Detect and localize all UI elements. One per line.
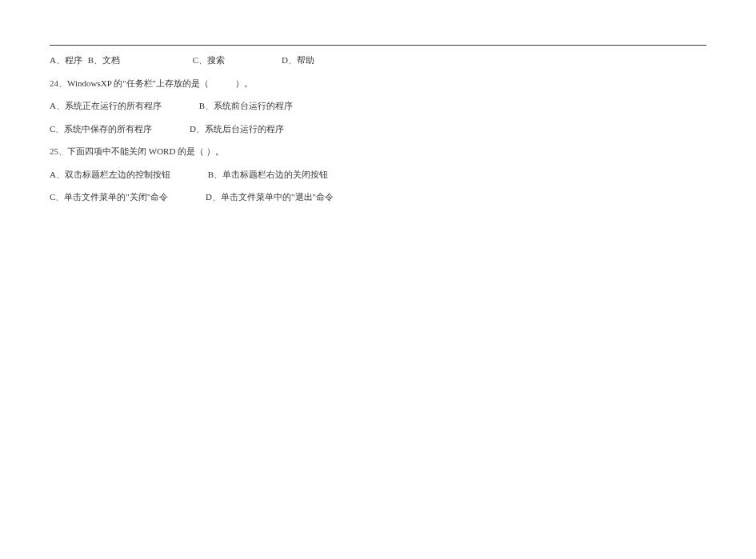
q25-option-a: A、双击标题栏左边的控制按钮: [50, 168, 170, 182]
q25-options-cd: C、单击文件菜单的"关闭"命令 D、单击文件菜单中的"退出"命令: [50, 190, 706, 204]
q23-option-a: A、程序: [50, 54, 82, 67]
q23-option-b: B、文档: [88, 54, 120, 67]
q23-options-line: A、程序 B、文档 C、搜索 D、帮助: [50, 54, 706, 67]
q23-option-c: C、搜索: [193, 54, 225, 67]
q23-option-d: D、帮助: [282, 54, 314, 67]
q24-stem: 24、WindowsXP 的"任务栏"上存放的是（ ）。: [50, 77, 706, 90]
q25-option-c: C、单击文件菜单的"关闭"命令: [50, 190, 168, 204]
q24-options-cd: C、系统中保存的所有程序 D、系统后台运行的程序: [50, 122, 706, 136]
q24-option-d: D、系统后台运行的程序: [190, 122, 284, 136]
q25-stem: 25、下面四项中不能关闭 WORD 的是（ ）。: [50, 145, 706, 158]
top-divider: [50, 45, 706, 46]
q24-options-ab: A、系统正在运行的所有程序 B、系统前台运行的程序: [50, 99, 706, 113]
q24-option-a: A、系统正在运行的所有程序: [50, 99, 162, 113]
q25-options-ab: A、双击标题栏左边的控制按钮 B、单击标题栏右边的关闭按钮: [50, 168, 706, 182]
q25-option-d: D、单击文件菜单中的"退出"命令: [206, 190, 334, 204]
q25-option-b: B、单击标题栏右边的关闭按钮: [208, 168, 328, 182]
q24-option-b: B、系统前台运行的程序: [199, 99, 293, 113]
q24-option-c: C、系统中保存的所有程序: [50, 122, 152, 136]
